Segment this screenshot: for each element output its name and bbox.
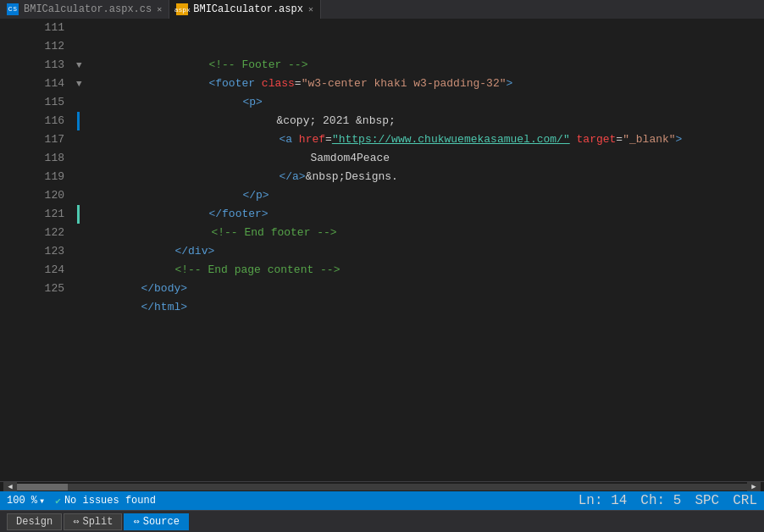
- zoom-dropdown-arrow[interactable]: ▾: [39, 495, 45, 507]
- bottom-tabs: Design ⇔ Split ⇔ Source: [0, 510, 764, 532]
- line-num-124: 124: [0, 261, 76, 280]
- code-116: <a href="https://www.chukwuemekasamuel.c…: [88, 112, 682, 130]
- status-bar: 100 % ▾ ✔ No issues found Ln: 14 Ch: 5 S…: [0, 491, 764, 510]
- code-112: <!-- Footer -->: [88, 37, 307, 56]
- line-row-115: 115 &copy; 2021 &nbsp;: [0, 93, 764, 112]
- code-122: </div>: [88, 224, 214, 242]
- code-117: Samdom4Peace: [88, 130, 390, 149]
- issues-status: ✔ No issues found: [55, 495, 156, 507]
- col-label: Ch: 5: [640, 493, 681, 508]
- code-115: &copy; 2021 &nbsp;: [88, 93, 396, 112]
- line-num-115: 115: [0, 93, 76, 112]
- line-row-123: 123 <!-- End page content -->: [0, 242, 764, 261]
- collapse-124: [76, 261, 86, 280]
- collapse-117: [76, 130, 86, 149]
- aspx-icon: aspx: [176, 3, 188, 15]
- collapse-122: [76, 224, 86, 242]
- code-123: <!-- End page content -->: [88, 242, 340, 261]
- line-row-114: 114 ▼ <p>: [0, 75, 764, 93]
- collapse-125: [76, 280, 86, 298]
- line-num-123: 123: [0, 242, 76, 261]
- line-num-117: 117: [0, 130, 76, 149]
- line-row-116: 116 <a href="https://www.chukwuemekasamu…: [0, 112, 764, 130]
- line-row-111: 111: [0, 19, 764, 37]
- line-num-119: 119: [0, 168, 76, 186]
- line-num-122: 122: [0, 224, 76, 242]
- line-row-122: 122 </div>: [0, 224, 764, 242]
- line-row-121: 121 <!-- End footer -->: [0, 205, 764, 224]
- zoom-label: 100 %: [7, 495, 37, 507]
- line-num-116: 116: [0, 112, 76, 130]
- code-114: <p>: [88, 75, 263, 93]
- status-right: Ln: 14 Ch: 5 SPC CRL: [579, 493, 757, 508]
- title-bar: cs BMICalculator.aspx.cs ✕ aspx BMICalcu…: [0, 0, 764, 19]
- code-125: </html>: [88, 280, 187, 298]
- line-row-118: 118 </a>&nbsp;Designs.: [0, 149, 764, 168]
- line-num-112: 112: [0, 37, 76, 56]
- line-num-120: 120: [0, 186, 76, 205]
- collapse-120: [76, 186, 86, 205]
- code-120: </footer>: [88, 186, 269, 205]
- collapse-123: [76, 242, 86, 261]
- tag-html-end: </html>: [141, 301, 187, 313]
- line-row-120: 120 </footer>: [0, 186, 764, 205]
- line-row-117: 117 Samdom4Peace: [0, 130, 764, 149]
- line-row-112: 112 <!-- Footer -->: [0, 37, 764, 56]
- scrollbar-thumb[interactable]: [17, 484, 68, 490]
- code-118: </a>&nbsp;Designs.: [88, 149, 398, 168]
- code-113: <footer class="w3-center khaki w3-paddin…: [88, 56, 512, 75]
- scrollbar-track[interactable]: [17, 484, 747, 490]
- cs-icon: cs: [7, 3, 19, 15]
- code-119: </p>: [88, 168, 269, 186]
- issues-label: No issues found: [64, 495, 156, 507]
- tab-split[interactable]: ⇔ Split: [64, 513, 122, 530]
- collapse-111: [76, 19, 86, 37]
- tab-cs-close[interactable]: ✕: [157, 4, 162, 14]
- line-num-118: 118: [0, 149, 76, 168]
- indicator-121: [77, 205, 80, 224]
- collapse-115: [76, 93, 86, 112]
- collapse-113[interactable]: ▼: [76, 56, 86, 75]
- tab-source[interactable]: ⇔ Source: [124, 513, 188, 530]
- tab-split-label: Split: [82, 516, 113, 528]
- encoding-label: SPC: [695, 493, 719, 508]
- source-icon: ⇔: [133, 515, 139, 528]
- collapse-119: [76, 168, 86, 186]
- collapse-118: [76, 149, 86, 168]
- collapse-112: [76, 37, 86, 56]
- tab-aspx-label: BMICalculator.aspx: [193, 3, 303, 15]
- horizontal-scrollbar[interactable]: ◀ ▶: [0, 481, 764, 491]
- line-row-124: 124 </body>: [0, 261, 764, 280]
- line-num-114: 114: [0, 75, 76, 93]
- line-row-113: 113 ▼ <footer class="w3-center khaki w3-…: [0, 56, 764, 75]
- line-num-125: 125: [0, 280, 76, 298]
- tab-design[interactable]: Design: [7, 513, 62, 530]
- tab-aspx-close[interactable]: ✕: [308, 4, 313, 14]
- split-icon: ⇔: [73, 515, 79, 528]
- line-num-111: 111: [0, 19, 76, 37]
- editor: 111 112 <!-- Footer --> 113 ▼ <footer cl…: [0, 19, 764, 481]
- collapse-114[interactable]: ▼: [76, 75, 86, 93]
- tab-design-label: Design: [16, 516, 53, 528]
- tab-cs[interactable]: cs BMICalculator.aspx.cs ✕: [0, 0, 169, 19]
- scroll-right-arrow[interactable]: ▶: [747, 482, 761, 492]
- zoom-control[interactable]: 100 % ▾: [7, 495, 45, 507]
- line-num-113: 113: [0, 56, 76, 75]
- code-121: <!-- End footer -->: [88, 205, 337, 224]
- lines-wrapper: 111 112 <!-- Footer --> 113 ▼ <footer cl…: [0, 19, 764, 481]
- tab-cs-label: BMICalculator.aspx.cs: [24, 3, 152, 15]
- ok-icon: ✔: [55, 496, 61, 507]
- line-num-121: 121: [0, 205, 76, 224]
- tab-aspx[interactable]: aspx BMICalculator.aspx ✕: [169, 0, 321, 19]
- indicator-116: [77, 112, 80, 130]
- lineend-label: CRL: [733, 493, 757, 508]
- scroll-left-arrow[interactable]: ◀: [3, 482, 17, 492]
- position-label: Ln: 14: [579, 493, 628, 508]
- line-row-125: 125 </html>: [0, 280, 764, 298]
- code-124: </body>: [88, 261, 187, 280]
- line-row-119: 119 </p>: [0, 168, 764, 186]
- tab-source-label: Source: [143, 516, 180, 528]
